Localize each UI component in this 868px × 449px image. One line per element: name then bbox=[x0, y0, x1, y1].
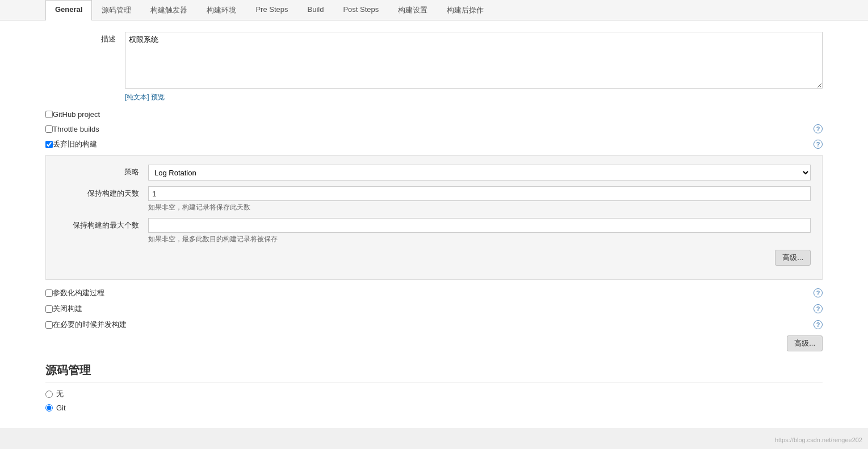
radio-none-row: 无 bbox=[45, 389, 823, 399]
description-control: [纯文本] 预览 bbox=[125, 32, 823, 102]
parameterize-row: 参数化构建过程 ? bbox=[45, 288, 823, 298]
throttle-builds-help-icon[interactable]: ? bbox=[814, 124, 823, 133]
description-row: 描述 [纯文本] 预览 bbox=[45, 32, 823, 102]
advanced-btn-row-2: 高级... bbox=[45, 335, 823, 351]
source-management-title: 源码管理 bbox=[45, 363, 823, 383]
tab-general[interactable]: General bbox=[45, 0, 92, 20]
strategy-label: 策略 bbox=[57, 165, 148, 177]
radio-git[interactable] bbox=[45, 404, 53, 412]
github-project-row: GitHub project bbox=[45, 110, 823, 119]
close-build-row: 关闭构建 ? bbox=[45, 304, 823, 314]
keep-days-control: 如果非空，构建记录将保存此天数 bbox=[148, 186, 811, 212]
keep-max-hint: 如果非空，最多此数目的构建记录将被保存 bbox=[148, 234, 811, 244]
parameterize-checkbox[interactable] bbox=[45, 289, 53, 297]
tab-post-steps[interactable]: Post Steps bbox=[333, 0, 388, 20]
discard-old-left: 丢弃旧的构建 bbox=[45, 139, 97, 149]
github-project-label: GitHub project bbox=[53, 110, 100, 119]
radio-git-row: Git bbox=[45, 404, 823, 412]
radio-none-label: 无 bbox=[56, 389, 64, 399]
plain-text-link[interactable]: [纯文本] bbox=[125, 93, 149, 101]
keep-max-label: 保持构建的最大个数 bbox=[57, 218, 148, 230]
keep-days-hint: 如果非空，构建记录将保存此天数 bbox=[148, 203, 811, 212]
parameterize-help-icon[interactable]: ? bbox=[814, 288, 823, 297]
parameterize-label: 参数化构建过程 bbox=[53, 288, 104, 298]
strategy-control: Log RotationNever delete bbox=[148, 165, 811, 181]
strategy-select[interactable]: Log RotationNever delete bbox=[148, 165, 811, 181]
tab-build[interactable]: Build bbox=[298, 0, 334, 20]
advanced-button-2[interactable]: 高级... bbox=[787, 335, 823, 351]
advanced-button-1[interactable]: 高级... bbox=[775, 250, 811, 266]
preview-link[interactable]: 预览 bbox=[151, 93, 165, 101]
throttle-builds-checkbox[interactable] bbox=[45, 125, 53, 133]
concurrent-build-left: 在必要的时候并发构建 bbox=[45, 320, 127, 330]
tab-pre-steps[interactable]: Pre Steps bbox=[246, 0, 297, 20]
close-build-checkbox[interactable] bbox=[45, 305, 53, 313]
close-build-label: 关闭构建 bbox=[53, 304, 82, 314]
discard-old-help-icon[interactable]: ? bbox=[814, 140, 823, 149]
strategy-section: 策略 Log RotationNever delete 保持构建的天数 如果非空… bbox=[45, 155, 823, 280]
keep-days-row: 保持构建的天数 如果非空，构建记录将保存此天数 bbox=[57, 186, 811, 212]
tab-源码管理[interactable]: 源码管理 bbox=[92, 0, 141, 20]
keep-days-label: 保持构建的天数 bbox=[57, 186, 148, 199]
discard-old-label: 丢弃旧的构建 bbox=[53, 139, 97, 149]
source-control-section: 源码管理 无 Git bbox=[45, 363, 823, 412]
keep-max-input[interactable] bbox=[148, 218, 811, 233]
parameterize-left: 参数化构建过程 bbox=[45, 288, 104, 298]
github-project-left: GitHub project bbox=[45, 110, 100, 119]
throttle-builds-label: Throttle builds bbox=[53, 125, 99, 133]
concurrent-build-label: 在必要的时候并发构建 bbox=[53, 320, 127, 330]
description-textarea[interactable] bbox=[125, 32, 823, 89]
plain-text-preview: [纯文本] 预览 bbox=[125, 93, 823, 102]
tab-构建触发器[interactable]: 构建触发器 bbox=[141, 0, 197, 20]
keep-days-input[interactable] bbox=[148, 186, 811, 201]
throttle-builds-row: Throttle builds ? bbox=[45, 124, 823, 133]
strategy-row: 策略 Log RotationNever delete bbox=[57, 165, 811, 181]
advanced-btn-row-1: 高级... bbox=[57, 250, 811, 266]
throttle-builds-left: Throttle builds bbox=[45, 125, 99, 133]
radio-git-label: Git bbox=[56, 404, 66, 412]
github-project-checkbox[interactable] bbox=[45, 111, 53, 118]
discard-old-section: 丢弃旧的构建 ? 策略 Log RotationNever delete 保持构… bbox=[45, 139, 823, 280]
radio-none[interactable] bbox=[45, 391, 53, 398]
main-content: 描述 [纯文本] 预览 GitHub project Throttle buil… bbox=[0, 20, 868, 428]
tab-构建环境[interactable]: 构建环境 bbox=[197, 0, 246, 20]
discard-old-row: 丢弃旧的构建 ? bbox=[45, 139, 823, 149]
concurrent-build-checkbox[interactable] bbox=[45, 321, 53, 329]
description-label: 描述 bbox=[45, 32, 125, 44]
discard-old-checkbox[interactable] bbox=[45, 141, 53, 148]
concurrent-build-help-icon[interactable]: ? bbox=[814, 320, 823, 329]
tab-bar: General源码管理构建触发器构建环境Pre StepsBuildPost S… bbox=[0, 0, 868, 20]
concurrent-build-row: 在必要的时候并发构建 ? bbox=[45, 320, 823, 330]
close-build-left: 关闭构建 bbox=[45, 304, 82, 314]
close-build-help-icon[interactable]: ? bbox=[814, 304, 823, 313]
keep-max-row: 保持构建的最大个数 如果非空，最多此数目的构建记录将被保存 bbox=[57, 218, 811, 244]
tab-构建设置[interactable]: 构建设置 bbox=[388, 0, 437, 20]
keep-max-control: 如果非空，最多此数目的构建记录将被保存 bbox=[148, 218, 811, 244]
tab-构建后操作[interactable]: 构建后操作 bbox=[437, 0, 493, 20]
